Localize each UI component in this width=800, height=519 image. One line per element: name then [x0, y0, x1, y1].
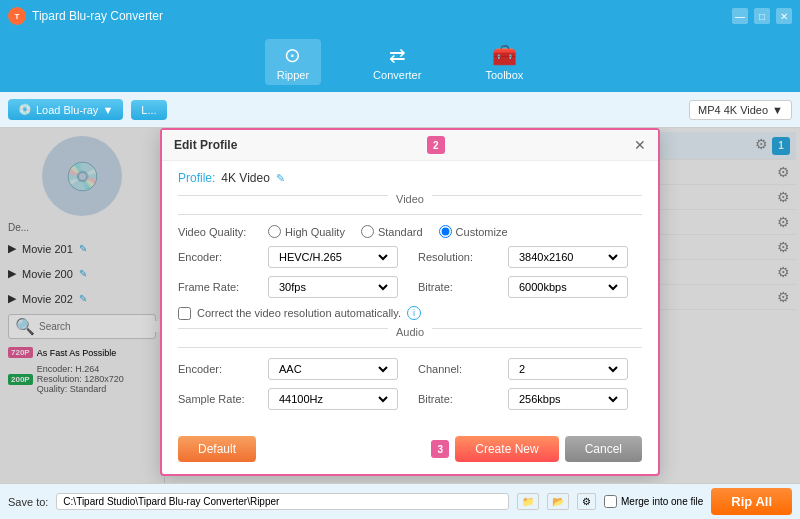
quality-customize-label: Customize	[456, 226, 508, 238]
bottom-bar: Save to: 📁 📂 ⚙ Merge into one file Rip A…	[0, 483, 800, 519]
profile-area: MP4 4K Video ▼	[689, 100, 792, 120]
profile-edit-icon[interactable]: ✎	[276, 172, 285, 185]
close-button[interactable]: ✕	[776, 8, 792, 24]
samplerate-audiobitrate-row: Sample Rate: 44100Hz Bitrate: 256kbps	[178, 388, 642, 410]
bitrate-select[interactable]: 6000kbps	[515, 280, 621, 294]
quality-standard-label: Standard	[378, 226, 423, 238]
audio-section-title: Audio	[178, 328, 642, 347]
info-icon[interactable]: i	[407, 306, 421, 320]
encoder-dropdown[interactable]: HEVC/H.265	[268, 246, 398, 268]
channel-label: Channel:	[418, 363, 498, 375]
video-section-label: Video	[388, 193, 432, 205]
load-bluray-button[interactable]: 💿 Load Blu-ray ▼	[8, 99, 123, 120]
audio-encoder-select[interactable]: AAC	[275, 362, 391, 376]
modal-close-button[interactable]: ✕	[634, 137, 646, 153]
encoder-resolution-row: Encoder: HEVC/H.265 Resolution: 3840x216…	[178, 246, 642, 268]
framerate-label: Frame Rate:	[178, 281, 258, 293]
bitrate-dropdown[interactable]: 6000kbps	[508, 276, 628, 298]
load-label: Load Blu-ray	[36, 104, 98, 116]
browse-folder-button[interactable]: 📁	[517, 493, 539, 510]
toolbar: ⊙ Ripper ⇄ Converter 🧰 Toolbox	[0, 32, 800, 92]
audio-encoder-label: Encoder:	[178, 363, 258, 375]
toolbar-toolbox[interactable]: 🧰 Toolbox	[473, 39, 535, 85]
settings-button[interactable]: ⚙	[577, 493, 596, 510]
modal-badge-2: 2	[427, 136, 445, 154]
ripper-icon: ⊙	[284, 43, 301, 67]
profile-value: 4K Video	[221, 171, 270, 185]
audio-bitrate-select[interactable]: 256kbps	[515, 392, 621, 406]
samplerate-select[interactable]: 44100Hz	[275, 392, 391, 406]
maximize-button[interactable]: □	[754, 8, 770, 24]
quality-customize-radio[interactable]	[439, 225, 452, 238]
edit-profile-modal: Edit Profile 2 ✕ Profile: 4K Video ✎ Vid…	[160, 128, 660, 476]
quality-standard-radio[interactable]	[361, 225, 374, 238]
audio-bitrate-label: Bitrate:	[418, 393, 498, 405]
video-section-title: Video	[178, 195, 642, 214]
app-logo: T	[8, 7, 26, 25]
resolution-dropdown[interactable]: 3840x2160	[508, 246, 628, 268]
quality-high-radio[interactable]	[268, 225, 281, 238]
dropdown-arrow-icon: ▼	[102, 104, 113, 116]
samplerate-dropdown[interactable]: 44100Hz	[268, 388, 398, 410]
audio-encoder-dropdown[interactable]: AAC	[268, 358, 398, 380]
title-bar: T Tipard Blu-ray Converter — □ ✕	[0, 0, 800, 32]
quality-standard[interactable]: Standard	[361, 225, 423, 238]
framerate-dropdown[interactable]: 30fps	[268, 276, 398, 298]
toolbar-ripper[interactable]: ⊙ Ripper	[265, 39, 321, 85]
auto-correct-checkbox[interactable]	[178, 307, 191, 320]
window-controls: — □ ✕	[732, 8, 792, 24]
footer-right: 3 Create New Cancel	[431, 436, 642, 462]
profile-name-row: Profile: 4K Video ✎	[178, 171, 642, 185]
save-path-input[interactable]	[56, 493, 509, 510]
load2-label: L...	[141, 104, 156, 116]
modal-title: Edit Profile	[174, 138, 237, 152]
bitrate-label: Bitrate:	[418, 281, 498, 293]
ripper-label: Ripper	[277, 69, 309, 81]
open-folder-button[interactable]: 📂	[547, 493, 569, 510]
save-to-label: Save to:	[8, 496, 48, 508]
quality-radio-group: High Quality Standard Customize	[268, 225, 508, 238]
audio-bitrate-dropdown[interactable]: 256kbps	[508, 388, 628, 410]
quality-high[interactable]: High Quality	[268, 225, 345, 238]
converter-label: Converter	[373, 69, 421, 81]
encoder-label: Encoder:	[178, 251, 258, 263]
resolution-label: Resolution:	[418, 251, 498, 263]
channel-dropdown[interactable]: 2	[508, 358, 628, 380]
profile-prefix: Profile:	[178, 171, 215, 185]
create-new-button[interactable]: Create New	[455, 436, 558, 462]
profile-label: MP4 4K Video	[698, 104, 768, 116]
channel-select[interactable]: 2	[515, 362, 621, 376]
auto-correct-label: Correct the video resolution automatical…	[197, 307, 401, 319]
load-button-2[interactable]: L...	[131, 100, 166, 120]
merge-label: Merge into one file	[621, 496, 703, 507]
toolbar-converter[interactable]: ⇄ Converter	[361, 39, 433, 85]
quality-customize[interactable]: Customize	[439, 225, 508, 238]
merge-checkbox-label[interactable]: Merge into one file	[604, 495, 703, 508]
modal-header: Edit Profile 2 ✕	[162, 130, 658, 161]
app-title: Tipard Blu-ray Converter	[32, 9, 732, 23]
auto-correct-row: Correct the video resolution automatical…	[178, 306, 642, 320]
resolution-select[interactable]: 3840x2160	[515, 250, 621, 264]
modal-badge-3: 3	[431, 440, 449, 458]
cancel-button[interactable]: Cancel	[565, 436, 642, 462]
profile-dropdown[interactable]: MP4 4K Video ▼	[689, 100, 792, 120]
merge-checkbox[interactable]	[604, 495, 617, 508]
action-bar: 💿 Load Blu-ray ▼ L... MP4 4K Video ▼	[0, 92, 800, 128]
quality-high-label: High Quality	[285, 226, 345, 238]
toolbox-icon: 🧰	[492, 43, 517, 67]
audio-encoder-channel-row: Encoder: AAC Channel: 2	[178, 358, 642, 380]
toolbox-label: Toolbox	[485, 69, 523, 81]
audio-section-label: Audio	[388, 326, 432, 338]
encoder-select[interactable]: HEVC/H.265	[275, 250, 391, 264]
video-quality-row: Video Quality: High Quality Standard	[178, 225, 642, 238]
profile-dropdown-arrow: ▼	[772, 104, 783, 116]
minimize-button[interactable]: —	[732, 8, 748, 24]
converter-icon: ⇄	[389, 43, 406, 67]
framerate-bitrate-row: Frame Rate: 30fps Bitrate: 6000kbps	[178, 276, 642, 298]
quality-label: Video Quality:	[178, 226, 258, 238]
modal-footer: Default 3 Create New Cancel	[162, 428, 658, 474]
default-button[interactable]: Default	[178, 436, 256, 462]
framerate-select[interactable]: 30fps	[275, 280, 391, 294]
main-content: 💿 De... ▶ Movie 201 ✎ ▶ Movie 200 ✎ ▶ Mo…	[0, 128, 800, 483]
rip-all-button[interactable]: Rip All	[711, 488, 792, 515]
